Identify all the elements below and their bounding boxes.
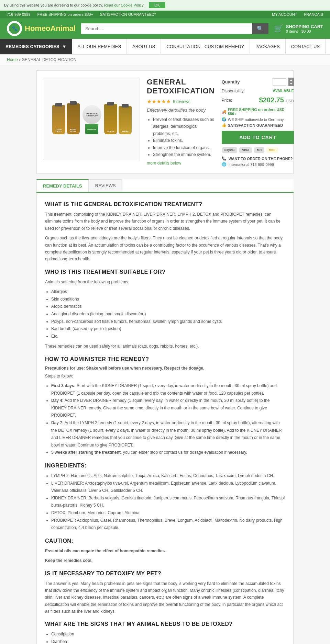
- list-item: Skin conditions: [51, 296, 285, 303]
- suitable-for-list: Allergies Skin conditions Atopic dermati…: [45, 288, 285, 340]
- quantity-input[interactable]: 1: [273, 78, 286, 86]
- ingredient-item: LIVER DRAINER: Arctostaphylos uva-ursi, …: [51, 480, 285, 495]
- product-section: LIVERDETO KIDNEDETO PROBIOTICSPROBIOPET™…: [36, 70, 294, 174]
- visa-icon: VISA: [239, 147, 252, 153]
- logo-text: HomeoAnimal: [25, 24, 76, 33]
- phone-number: 716-989-0999: [7, 12, 31, 16]
- quantity-row: Quantity 1 ▲ ▼: [222, 78, 294, 86]
- sign-item: Diarrhea: [51, 638, 285, 644]
- product-bottles-display: LIVERDETO KIDNEDETO PROBIOTICSPROBIOPET™…: [52, 103, 132, 134]
- bottle-cap-1: [55, 103, 62, 106]
- language-link[interactable]: FRANÇAIS: [304, 12, 323, 16]
- dropdown-arrow-icon: ▼: [62, 44, 67, 49]
- section-heading-who: WHO IS THIS TREATMENT SUITABLE FOR?: [45, 269, 285, 275]
- satisfaction-guarantee: 👍 SATISFACTION GUARANTEED: [222, 123, 294, 127]
- breadcrumb-home[interactable]: Home: [7, 57, 18, 62]
- quantity-label: Quantity: [222, 79, 240, 84]
- mastercard-icon: MC: [254, 147, 264, 153]
- phone-order-notice: 📞 WANT TO ORDER ON THE PHONE?: [222, 156, 294, 161]
- reviews-link[interactable]: 6 reviews: [173, 99, 190, 104]
- intl-phone-text: International 716-989-0999: [229, 162, 274, 167]
- cart-label: SHOPPING CART: [286, 24, 323, 29]
- section-text-what-1: This treatment, comprising of the KIDNEY…: [45, 211, 285, 232]
- globe-icon: 🌍: [222, 117, 227, 122]
- bottle-probiotics: PROBIOTICSPROBIOPET™ HomeoAnimal: [82, 105, 101, 134]
- product-info: GENERAL DETOXIFICATION ★★★★★ 6 reviews E…: [147, 78, 215, 167]
- list-item: Polyps, non-cancerous soft tissue tumors…: [51, 318, 285, 326]
- feature-item: Prevent or treat diseases such as allerg…: [153, 116, 215, 137]
- phone-icon: 📞: [222, 156, 227, 161]
- product-features-list: Prevent or treat diseases such as allerg…: [147, 116, 215, 158]
- add-to-cart-button[interactable]: ADD TO CART: [222, 131, 294, 144]
- section-heading-necessary: IS IT NECESSARY TO DETOXIFY MY PET?: [45, 570, 285, 577]
- list-item: Bad breath (caused by poor digestion): [51, 325, 285, 333]
- remedies-categories-dropdown[interactable]: REMEDIES CATEGORIES ▼: [0, 39, 72, 54]
- cart-info: SHOPPING CART 0 items - $0.00: [286, 24, 323, 33]
- list-item: Etc.: [51, 333, 285, 340]
- price-row: Price: $202.75 USD: [222, 96, 294, 104]
- tab-remedy-details[interactable]: REMEDY DETAILS: [36, 179, 89, 192]
- quantity-buttons: ▲ ▼: [288, 78, 294, 86]
- breadcrumb: Home › GENERAL DETOXIFICATION: [0, 55, 330, 65]
- globe-icon-2: 🌐: [222, 162, 227, 167]
- breadcrumb-current: GENERAL DETOXIFICATION: [22, 57, 77, 62]
- nav-item-contact[interactable]: CONTACT US: [286, 39, 326, 54]
- price-value: $202.75: [259, 96, 284, 104]
- caution-text-1: Essential oils can negate the effect of …: [45, 547, 285, 554]
- section-text-who-intro: Animals suffering from the following pro…: [45, 279, 285, 285]
- price-currency: USD: [286, 99, 294, 103]
- search-button[interactable]: 🔍: [252, 23, 268, 34]
- feature-item: Improve the function of organs.: [153, 144, 215, 151]
- quantity-decrement-button[interactable]: ▼: [288, 82, 294, 86]
- availability-status: AVAILABLE: [273, 89, 294, 93]
- signs-list: Constipation Diarrhea Renal and hepatic …: [45, 631, 285, 644]
- thumb-icon: 👍: [222, 123, 227, 127]
- cookie-bar: By using this website you are agreeing t…: [0, 0, 330, 11]
- svg-text:🐾: 🐾: [12, 26, 18, 32]
- sign-item: Constipation: [51, 631, 285, 638]
- cookie-text: By using this website you are agreeing t…: [4, 3, 103, 7]
- list-item: Allergies: [51, 288, 285, 296]
- phone-order-text: WANT TO ORDER ON THE PHONE?: [229, 157, 293, 161]
- remedies-categories-label: REMEDIES CATEGORIES: [6, 44, 59, 49]
- bottle-kidney: KIDNEDETO: [67, 103, 80, 134]
- cart-icon: 🛒: [274, 24, 283, 33]
- search-input[interactable]: [81, 23, 252, 34]
- quantity-increment-button[interactable]: ▲: [288, 78, 294, 82]
- ssl-icon: SSL: [266, 147, 278, 153]
- logo[interactable]: 🐾 HomeoAnimal: [7, 21, 76, 36]
- shopping-cart[interactable]: 🛒 SHOPPING CART 0 items - $0.00: [274, 24, 323, 33]
- more-details-link[interactable]: more details below: [147, 161, 215, 166]
- cookie-ok-button[interactable]: OK: [149, 2, 165, 8]
- step-item: Day 7: Add the LYMPH 2 remedy (1 squirt,…: [51, 419, 285, 449]
- nav-item-about[interactable]: ABOUT US: [127, 39, 161, 54]
- bottle-cap-5: [122, 104, 129, 108]
- rating-row: ★★★★★ 6 reviews: [147, 98, 215, 105]
- top-bar-right: MY ACCOUNT FRANÇAIS: [272, 12, 323, 16]
- satisfaction-notice: SATISFACTION GUARANTEED*: [100, 12, 156, 16]
- nav-item-consultation[interactable]: CONSULTATION - CUSTOM REMEDY: [161, 39, 250, 54]
- cookie-policy-link[interactable]: Read our Cookie Policy.: [104, 3, 144, 7]
- bottle-liver: LIVERDETO: [52, 105, 65, 134]
- step-item: First 3 days: Start with the KIDNEY DRAI…: [51, 382, 285, 397]
- my-account-link[interactable]: MY ACCOUNT: [272, 12, 297, 16]
- international-phone: 🌐 International 716-989-0999: [222, 162, 294, 167]
- step-item: Day 4: Add the LIVER DRAINER remedy (1 s…: [51, 397, 285, 419]
- tab-reviews[interactable]: REVIEWS: [89, 179, 122, 192]
- steps-list: First 3 days: Start with the KIDNEY DRAI…: [45, 382, 285, 456]
- remedy-details-section: WHAT IS THE GENERAL DETOXIFICATION TREAT…: [36, 193, 294, 644]
- bottle-base-probiotics: HomeoAnimal: [85, 124, 98, 134]
- header: 🐾 HomeoAnimal 🔍 🛒 SHOPPING CART 0 items …: [0, 18, 330, 39]
- nav-item-packages[interactable]: PACKAGES: [250, 39, 286, 54]
- feature-item: Eliminate toxins.: [153, 137, 215, 144]
- bottle-cap-2: [70, 101, 77, 105]
- quantity-control: 1 ▲ ▼: [273, 78, 294, 86]
- paypal-icon: PayPal: [222, 147, 238, 153]
- ingredient-item: DETOX: Plumbum, Mercurius, Cuprum, Alumi…: [51, 509, 285, 517]
- nav-item-all-remedies[interactable]: ALL OUR REMEDIES: [72, 39, 127, 54]
- ingredient-item: KIDNEY DRAINER: Berberis vulgaris, Genis…: [51, 495, 285, 509]
- bottle-detox: DETOX: [104, 104, 117, 134]
- price-display: $202.75 USD: [259, 96, 294, 104]
- bottle-round-probiotics: PROBIOTICSPROBIOPET™: [82, 105, 101, 124]
- list-item: Atopic dermatitis: [51, 303, 285, 310]
